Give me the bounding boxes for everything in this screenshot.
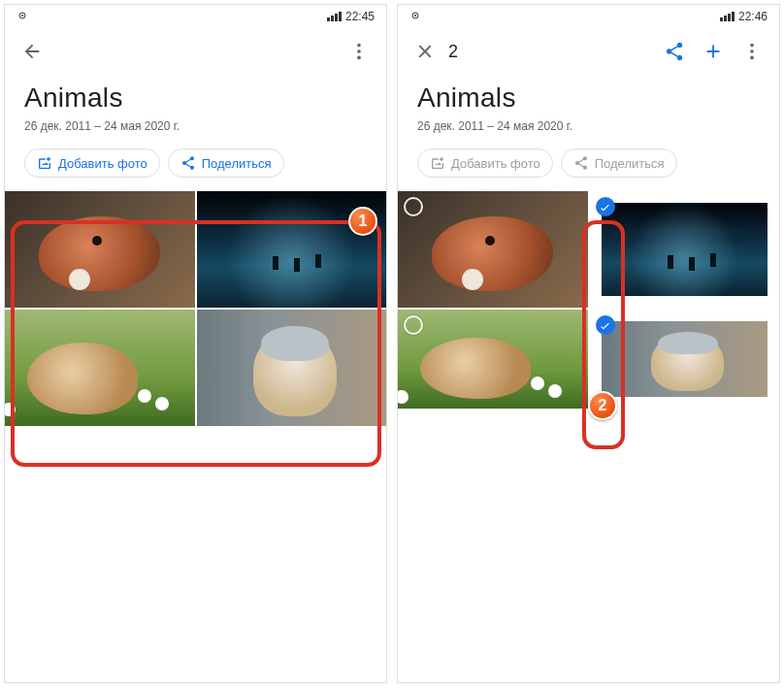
add-photo-icon [37, 155, 52, 171]
share-chip[interactable]: Поделиться [168, 148, 284, 178]
status-location-icon [409, 10, 421, 24]
photo-dog [602, 321, 768, 397]
photo-grid [398, 191, 779, 409]
album-title: Animals [417, 82, 760, 114]
share-icon [664, 41, 685, 62]
photo-guinea [5, 310, 195, 426]
selection-check-icon [596, 315, 615, 335]
photo-thumb[interactable] [197, 191, 387, 308]
more-button[interactable] [733, 32, 771, 71]
signal-icon [720, 12, 735, 21]
photo-thumb[interactable] [5, 191, 195, 308]
phone-left: 22:45 Animals 26 дек. 2011 – 24 мая 2020… [4, 4, 387, 683]
chip-label: Добавить фото [58, 156, 147, 171]
add-photo-chip[interactable]: Добавить фото [24, 148, 160, 178]
back-button[interactable] [13, 32, 51, 71]
share-chip: Поделиться [561, 148, 677, 178]
svg-point-7 [750, 44, 754, 48]
chip-row: Добавить фото Поделиться [398, 145, 779, 191]
share-button[interactable] [655, 32, 694, 71]
photo-grid [5, 191, 386, 426]
svg-point-8 [750, 49, 754, 53]
phone-right: 22:46 2 Animals 26 дек. 2011 – 24 мая 20… [397, 4, 780, 683]
back-icon [21, 41, 43, 62]
add-photo-chip: Добавить фото [417, 148, 553, 178]
svg-point-1 [21, 15, 23, 16]
photo-guinea [398, 310, 588, 409]
album-dates: 26 дек. 2011 – 24 мая 2020 г. [24, 119, 367, 133]
photo-dog [197, 310, 387, 426]
selection-check-icon [596, 197, 615, 216]
album-title: Animals [24, 82, 367, 114]
selection-ring-icon [404, 315, 423, 335]
chip-label: Поделиться [202, 156, 272, 171]
photo-redpanda [5, 191, 195, 308]
plus-icon [702, 41, 724, 62]
photo-thumb[interactable] [398, 310, 588, 409]
photo-thumb[interactable] [5, 310, 195, 426]
status-time: 22:45 [345, 10, 375, 23]
album-dates: 26 дек. 2011 – 24 мая 2020 г. [417, 119, 760, 133]
status-bar: 22:46 [398, 5, 779, 28]
signal-icon [327, 12, 342, 21]
svg-point-9 [750, 56, 754, 60]
album-header: Animals 26 дек. 2011 – 24 мая 2020 г. [5, 75, 386, 145]
app-bar [5, 28, 386, 75]
close-icon [414, 41, 436, 62]
svg-point-6 [414, 15, 416, 16]
status-bar: 22:45 [5, 5, 386, 28]
chip-label: Поделиться [595, 156, 665, 171]
close-selection-button[interactable] [406, 32, 444, 71]
chip-row: Добавить фото Поделиться [5, 145, 386, 191]
svg-point-3 [357, 49, 361, 53]
selection-app-bar: 2 [398, 28, 779, 75]
photo-thumb[interactable] [197, 310, 387, 426]
more-vert-icon [741, 41, 763, 62]
photo-deer [197, 191, 387, 308]
photo-thumb[interactable] [398, 191, 588, 308]
selection-ring-icon [404, 197, 423, 216]
add-photo-icon [430, 155, 445, 171]
photo-thumb[interactable] [590, 191, 780, 308]
photo-redpanda [398, 191, 588, 308]
more-button[interactable] [340, 32, 378, 71]
more-vert-icon [348, 41, 370, 62]
svg-point-4 [357, 56, 361, 60]
share-icon [573, 155, 589, 171]
album-header: Animals 26 дек. 2011 – 24 мая 2020 г. [398, 75, 779, 145]
photo-thumb[interactable] [590, 310, 780, 409]
add-button[interactable] [694, 32, 733, 71]
selection-count: 2 [448, 42, 458, 62]
photo-deer [602, 203, 768, 296]
share-icon [180, 155, 196, 171]
chip-label: Добавить фото [451, 156, 540, 171]
svg-point-2 [357, 44, 361, 48]
status-location-icon [16, 10, 28, 24]
status-time: 22:46 [738, 10, 768, 23]
